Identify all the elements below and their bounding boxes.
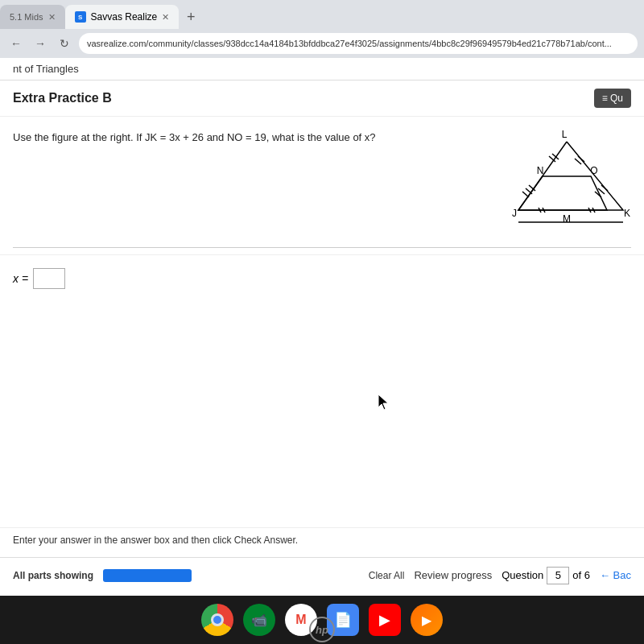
svg-text:M: M (563, 213, 571, 225)
play-symbol: ▶ (422, 613, 431, 628)
meet-symbol: 📹 (251, 613, 267, 628)
tab-close-2[interactable]: ✕ (162, 12, 169, 23)
url-text: vasrealize.com/community/classes/938dcc1… (87, 39, 612, 48)
gmail-symbol: M (295, 613, 306, 627)
question-nav: Question of 6 (502, 567, 590, 584)
parts-showing-label: All parts showing (13, 570, 93, 581)
footer-bar: All parts showing Clear All Review progr… (0, 557, 644, 592)
svg-line-9 (578, 156, 584, 162)
docs-symbol: 📄 (334, 611, 352, 629)
svg-line-10 (575, 159, 581, 164)
hp-logo-area: hp (309, 617, 335, 642)
address-bar[interactable]: vasrealize.com/community/classes/938dcc1… (79, 33, 638, 54)
svg-text:O: O (590, 165, 597, 176)
main-content: Extra Practice B ≡ Qu Use the figure at … (0, 80, 644, 592)
answer-label: x = (13, 272, 28, 285)
address-bar-row: ← → ↻ vasrealize.com/community/classes/9… (0, 29, 644, 58)
question-menu-button[interactable]: ≡ Qu (594, 89, 631, 108)
question-area: Use the figure at the right. If JK = 3x … (0, 117, 644, 247)
instruction-text: Enter your answer in the answer box and … (13, 535, 298, 546)
answer-row: x = (13, 268, 631, 289)
taskbar-chrome-icon[interactable] (201, 604, 233, 636)
clear-all-button[interactable]: Clear All (369, 570, 405, 581)
triangle-figure: L N O J M K (502, 130, 631, 234)
divider (13, 247, 631, 248)
svg-text:J: J (512, 208, 517, 219)
tab-midsc[interactable]: 5.1 Mids ✕ (0, 5, 65, 29)
cursor (378, 394, 391, 413)
tab-favicon-2: S (75, 11, 86, 23)
back-button[interactable]: ← Bac (600, 569, 631, 581)
breadcrumb: nt of Triangles (0, 58, 644, 80)
tab-savvas[interactable]: S Savvas Realize ✕ (65, 5, 180, 29)
hp-logo: hp (309, 617, 335, 642)
progress-bar (103, 569, 192, 582)
answer-input[interactable] (33, 268, 65, 289)
of-total-label: of 6 (572, 569, 590, 581)
content-header: Extra Practice B ≡ Qu (0, 80, 644, 117)
tab-label-2: Savvas Realize (91, 11, 158, 23)
review-progress-button[interactable]: Review progress (414, 569, 492, 581)
youtube-symbol: ▶ (379, 611, 390, 629)
tab-bar: 5.1 Mids ✕ S Savvas Realize ✕ + (0, 0, 644, 29)
page-title: Extra Practice B (13, 91, 112, 105)
question-number-input[interactable] (547, 567, 569, 584)
taskbar-meet-icon[interactable]: 📹 (243, 604, 275, 636)
svg-line-15 (601, 185, 608, 191)
answer-section: x = (0, 254, 644, 302)
forward-nav-button[interactable]: → (31, 34, 50, 53)
svg-line-13 (522, 192, 529, 197)
svg-text:K: K (624, 208, 630, 219)
question-text-area: Use the figure at the right. If JK = 3x … (13, 130, 489, 234)
instruction-area: Enter your answer in the answer box and … (0, 527, 644, 552)
taskbar-youtube-icon[interactable]: ▶ (369, 604, 401, 636)
question-text: Use the figure at the right. If JK = 3x … (13, 130, 489, 146)
tab-close-1[interactable]: ✕ (48, 12, 56, 23)
new-tab-button[interactable]: + (179, 5, 203, 29)
back-nav-button[interactable]: ← (6, 34, 26, 53)
svg-text:N: N (537, 165, 544, 176)
refresh-button[interactable]: ↻ (55, 34, 74, 53)
question-label: Question (502, 569, 543, 581)
taskbar-play-icon[interactable]: ▶ (411, 604, 443, 636)
svg-text:L: L (562, 130, 568, 140)
tab-favicon-1: 5.1 Mids (10, 12, 43, 22)
